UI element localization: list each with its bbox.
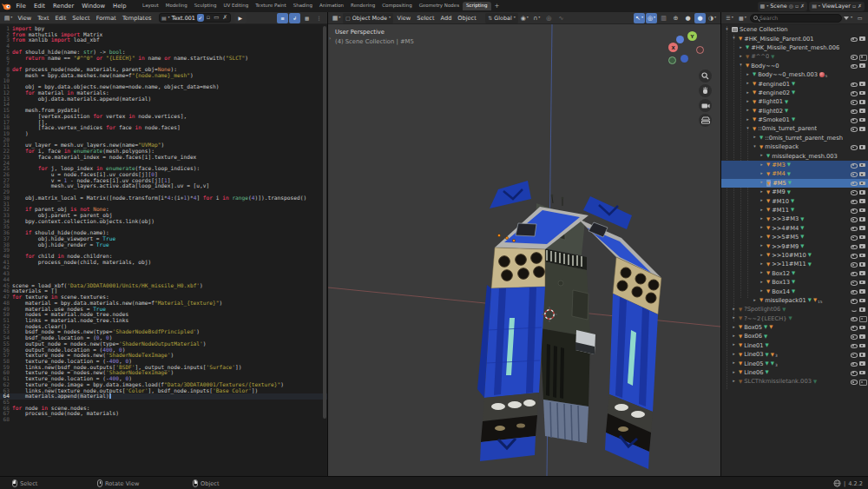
new-text-icon[interactable]: ▫ <box>206 15 211 21</box>
view-layer-selector[interactable]: ▤ ▾ ViewLayer ▫ ✗ <box>809 2 865 11</box>
network-icon[interactable] <box>833 479 841 487</box>
expand-closed-icon[interactable]: ▸ <box>738 46 744 50</box>
render-camera-icon[interactable] <box>858 297 865 303</box>
close-icon[interactable]: ✗ <box>858 3 862 9</box>
menu-window[interactable]: Window <box>78 0 109 12</box>
render-camera-icon[interactable] <box>858 334 865 340</box>
viewport-menu-view[interactable]: View <box>394 12 414 24</box>
tab-compositing[interactable]: Compositing <box>378 2 415 11</box>
render-camera-icon[interactable] <box>858 162 865 169</box>
outliner-row-hk-missile-parent-mesh-006[interactable]: ▸▼#HK_Missile_Parent_mesh.006 <box>721 43 868 52</box>
outliner-row-box13[interactable]: ▸▼Box13▼ <box>721 278 868 287</box>
render-camera-icon[interactable] <box>858 36 865 42</box>
viewport-3d[interactable]: ▦▾ ▢ Object Mode ▾ ViewSelectAddObject ⇅… <box>328 12 720 476</box>
render-camera-icon[interactable] <box>858 180 865 186</box>
outliner-row-2-leech[interactable]: ▸▼?~~2{LEECH}▼ <box>721 314 868 323</box>
word-wrap-toggle[interactable]: ↲ <box>289 13 300 23</box>
shading-solid-button[interactable]: ● <box>682 13 694 23</box>
tab-animation[interactable]: Animation <box>316 2 347 11</box>
visibility-eye-icon[interactable] <box>850 81 857 88</box>
outliner-row-light02[interactable]: ▸▼#light02▼ <box>721 107 868 116</box>
expand-closed-icon[interactable]: ▸ <box>759 199 765 203</box>
tab-shading[interactable]: Shading <box>290 2 316 11</box>
render-camera-icon[interactable] <box>858 288 865 294</box>
visibility-eye-icon[interactable] <box>850 89 857 96</box>
outliner-row-m4[interactable]: ▸▼#M4▼ <box>721 169 868 178</box>
tab-rendering[interactable]: Rendering <box>347 2 378 11</box>
viewport-menu-add[interactable]: Add <box>437 12 455 24</box>
render-camera-icon[interactable] <box>858 370 865 376</box>
expand-closed-icon[interactable]: ▸ <box>731 380 737 384</box>
shading-material-button[interactable]: ● <box>694 13 706 23</box>
add-workspace-button[interactable]: + <box>491 3 503 10</box>
expand-closed-icon[interactable]: ▸ <box>759 172 765 176</box>
text-menu-select[interactable]: Select <box>69 12 93 24</box>
render-camera-icon[interactable] <box>858 352 865 358</box>
expand-closed-icon[interactable]: ▸ <box>745 73 751 77</box>
visibility-eye-icon[interactable] <box>850 297 857 304</box>
outliner-row-m5[interactable]: ▸▼#M5▼ <box>721 179 868 188</box>
outliner-row-0mis-turret-parent[interactable]: ▾▼::0mis_turret_parent <box>721 124 868 133</box>
tab-scripting[interactable]: Scripting <box>463 2 490 11</box>
show-gizmo-toggle[interactable]: ↖▾ <box>634 13 645 23</box>
render-camera-icon[interactable] <box>858 252 865 258</box>
render-camera-icon[interactable] <box>858 325 865 331</box>
text-settings-icon[interactable]: ⋮ <box>313 13 325 23</box>
menu-render[interactable]: Render <box>49 0 78 12</box>
visibility-eye-icon[interactable] <box>850 162 857 169</box>
expand-closed-icon[interactable]: ▸ <box>745 82 751 86</box>
text-menu-edit[interactable]: Edit <box>52 12 69 24</box>
expand-closed-icon[interactable]: ▸ <box>759 163 765 168</box>
outliner-row-missilepack[interactable]: ▾▼missilepack <box>721 142 868 151</box>
expand-closed-icon[interactable]: ▸ <box>731 353 737 357</box>
outliner-row-m9[interactable]: ▸▼#M9▼ <box>721 188 868 196</box>
visibility-eye-icon[interactable] <box>850 108 857 115</box>
visibility-eye-icon[interactable] <box>850 333 857 340</box>
render-camera-icon[interactable] <box>858 280 865 286</box>
render-camera-icon[interactable] <box>858 315 865 321</box>
tab-geometry-nodes[interactable]: Geometry Nodes <box>416 2 463 11</box>
editor-type-viewport-icon[interactable]: ▦▾ <box>331 13 342 23</box>
expand-closed-icon[interactable]: ▸ <box>759 190 765 195</box>
outliner-row-4-m4[interactable]: ▸▼>>4#M4▼ <box>721 224 868 233</box>
tab-uv-editing[interactable]: UV Editing <box>220 2 252 11</box>
transform-orientation-selector[interactable]: ⇅ Global ▾ <box>485 13 518 23</box>
render-camera-icon[interactable] <box>858 89 865 96</box>
visibility-eye-icon[interactable] <box>850 279 857 286</box>
outliner-row-slcthkmissiletank-003[interactable]: ▸▼SLCThkmissiletank.003▼ <box>721 377 868 386</box>
code-lines[interactable]: 1import bpy2from mathutils import Matrix… <box>0 24 327 476</box>
render-camera-icon[interactable] <box>858 270 865 276</box>
expand-closed-icon[interactable]: ▸ <box>738 55 744 59</box>
expand-closed-icon[interactable]: ▸ <box>759 154 765 158</box>
render-camera-icon[interactable] <box>858 144 865 150</box>
expand-open-icon[interactable]: ▾ <box>738 63 744 68</box>
menu-file[interactable]: File <box>12 0 30 12</box>
expand-closed-icon[interactable]: ▸ <box>745 91 751 96</box>
blender-logo-icon[interactable] <box>0 0 12 12</box>
copy-icon[interactable]: ▫ <box>852 3 856 9</box>
visibility-eye-icon[interactable] <box>850 170 857 177</box>
outliner-row-line01[interactable]: ▸▼Line01▼ <box>721 341 868 350</box>
expand-closed-icon[interactable]: ▸ <box>759 262 765 267</box>
render-camera-icon[interactable] <box>858 307 865 313</box>
open-folder-icon[interactable]: ▭ <box>213 15 220 21</box>
outliner-row-smoke01[interactable]: ▸▼#Smoke01▼ <box>721 116 868 124</box>
outliner-row-box14[interactable]: ▸▼Box14▼ <box>721 287 868 295</box>
proportional-editing-icon[interactable]: ◎ <box>543 13 555 23</box>
text-menu-view[interactable]: View <box>15 12 35 24</box>
expand-closed-icon[interactable]: ▸ <box>731 316 737 320</box>
menu-edit[interactable]: Edit <box>30 0 49 12</box>
visibility-eye-icon[interactable] <box>850 261 857 268</box>
gizmo-axis-x[interactable]: X <box>668 43 678 52</box>
render-camera-icon[interactable] <box>858 225 865 231</box>
render-camera-icon[interactable] <box>858 198 865 204</box>
visibility-eye-icon[interactable] <box>850 234 857 241</box>
expand-closed-icon[interactable]: ▸ <box>752 299 758 303</box>
text-datablock[interactable]: ▤ ▾ Text.001 ✓ ▫ ▭ ✗ <box>159 13 231 23</box>
expand-closed-icon[interactable]: ▸ <box>745 100 751 104</box>
outliner-row-body-0[interactable]: ▾▼Body~~0 <box>721 62 868 70</box>
visibility-eye-icon[interactable] <box>850 98 857 105</box>
outliner-row-light01[interactable]: ▸▼#light01▼ <box>721 97 868 106</box>
render-camera-icon[interactable] <box>858 189 865 195</box>
outliner-row-11-m11[interactable]: ▸▼>>11#M11▼ <box>721 260 868 268</box>
